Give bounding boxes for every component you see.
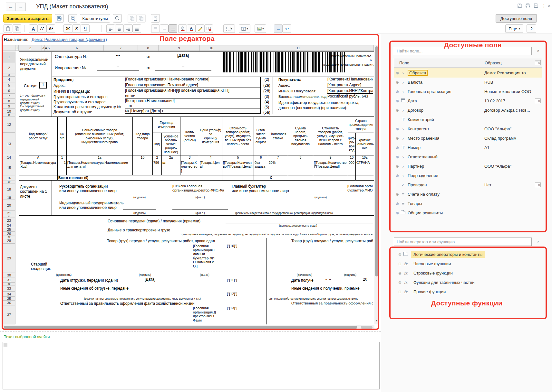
gear-icon[interactable]: ⚙ [535,98,541,103]
goods-header-country-name[interactable]: краткое наименова- ние [356,133,374,155]
code-10[interactable]: ["[10]"] [227,244,237,248]
goods-header-kind[interactable]: Код вида товара [133,117,153,155]
code-12[interactable]: ["[12]"] [227,292,237,296]
goods-header-country-code[interactable]: циф- ро- вой код [348,133,356,155]
row-header-29[interactable]: 29 [3,244,15,273]
goods-data-cell[interactable]: 1 [58,160,67,175]
row-header-17[interactable]: 17 [3,181,15,183]
field-row-10[interactable]: ⊕›ПартнерООО "Альфа" [394,162,542,171]
save-close-button[interactable]: Записать и закрыть [3,14,52,23]
row-header-34[interactable]: 34 [3,292,15,297]
director-name-cell[interactable]: [Головная организация.Директор.ФИО.Фами [193,306,216,324]
goods-index-cell[interactable]: 1а [67,155,133,160]
goods-data-cell[interactable]: -- [288,160,313,175]
save-button[interactable] [55,14,64,23]
goods-header-excise[interactable]: В том числе сумма акциза [254,117,268,155]
gear-icon[interactable]: ⚙ [535,60,541,65]
contract-line1[interactable]: Идентификатор государственного контракта… [278,100,362,105]
field-row-8[interactable]: ⊕ТНомерА1 [394,143,542,152]
buyer-row-label[interactable]: Адрес: [278,83,290,88]
expand-icon[interactable]: ⊕ [396,201,401,206]
handed-title[interactable]: Товар (груз) передал / услуги, результат… [107,239,215,243]
goods-data-cell[interactable]: 000 [348,160,356,175]
expand-icon[interactable]: ⊕ [396,127,401,131]
row-header-7[interactable]: 7 [3,94,15,99]
row-header-26[interactable]: 26 [3,232,15,236]
sign-hint[interactable]: (подпись) [123,211,156,215]
goods-data-cell[interactable]: [[Товары.Количество]*[Товары.Цена]] [313,160,348,175]
row-header-33[interactable]: 33 [3,285,15,292]
expand-icon[interactable]: ⊕ [398,271,403,275]
page-settings-button[interactable] [151,14,160,23]
selected-cell-text-area[interactable] [3,342,380,389]
field-search-input[interactable]: Найти поле... [394,47,532,55]
row-header-12[interactable]: 12 [3,117,15,133]
cargo-label[interactable]: Данные о транспортировке и грузе [108,228,170,232]
scroll-down-icon[interactable]: ▼ [375,319,378,322]
other-ship-label[interactable]: Иные сведения об отгрузке, передаче [60,286,129,291]
entrepreneur-sign-cell[interactable] [123,201,156,210]
clear-search-icon[interactable]: × [536,239,541,244]
buyer-row-label[interactable]: Валюта: наименование, код [278,95,326,99]
align-center-button[interactable] [115,24,124,33]
received-position-cell[interactable] [284,261,325,272]
goods-data-cell[interactable]: шт [162,160,180,175]
goods-header-price[interactable]: Цена (тариф) за единицу измерения [199,117,222,155]
expand-icon[interactable]: ⊕ [396,164,401,169]
window-close-button[interactable]: × [546,3,552,10]
buyer-row-label[interactable]: Покупатель: [278,78,301,82]
function-group-2[interactable]: ⊕fxСтроковые функции [396,268,541,278]
editor-vscrollbar[interactable]: ▼ [374,45,379,324]
goods-header-unit-sym[interactable]: условное обозна- чение (нацио- нальное) [162,133,180,155]
gear-icon[interactable]: ⚙ [535,182,541,187]
row-header-37[interactable]: 37 [3,305,15,324]
field-row-15[interactable]: ⊕Общие реквизиты [394,208,542,218]
handed-name-cell[interactable]: [Головная организация.Главный бухгалтер.… [193,244,216,272]
field-row-3[interactable]: ⊕Дата13.02.2017⚙ [394,96,542,106]
goods-data-cell[interactable]: [Товары.Количество] [180,160,199,175]
goods-data-cell[interactable]: -- [133,160,153,175]
sample-column-header[interactable]: Образец [485,61,501,65]
font-increase-button[interactable]: А▴ [46,24,55,33]
received-title[interactable]: Товар (груз) получил / услуги, результат… [291,239,373,243]
column-header-11[interactable]: 11 [223,45,374,51]
goods-total-excise[interactable]: X [254,175,288,181]
print-preview-button[interactable] [68,14,77,23]
goods-index-cell[interactable]: 6 [254,155,268,160]
buyer-row-label[interactable]: ИНН/КПП покупателя: [278,89,316,94]
goods-index-cell[interactable]: 1б [133,155,153,160]
expand-icon[interactable]: ⊕ [398,290,403,294]
column-header-2[interactable]: 2 [19,45,42,51]
received-sign-cell[interactable] [327,261,373,272]
more-button[interactable]: Еще▾ [505,24,523,33]
code-13[interactable]: ["[13]"] [227,306,237,310]
handed-sign-cell[interactable] [98,261,192,272]
entrepreneur-name-cell[interactable] [172,201,228,210]
copy-style-button[interactable] [13,24,21,33]
buyer-row-value[interactable]: Российский рубль, 643 [327,94,373,99]
back-button[interactable]: ← [6,3,16,11]
position-hint[interactable]: (должность) [31,273,97,276]
goods-header-country-group[interactable]: Страна происхождения товара [348,117,374,133]
head-label[interactable]: Руководитель организации или иное уполно… [59,184,129,193]
function-group-3[interactable]: ⊕fxФункции для табличных частей [396,278,541,287]
sign-hint[interactable]: (подпись) [123,196,156,199]
buyer-code[interactable]: (5а) [261,110,273,115]
clear-format-button[interactable] [204,24,213,33]
resp-recv-label[interactable]: Ответственный за правильность оформления… [291,301,373,306]
row-header-22[interactable]: 22 [3,215,15,218]
goods-index-cell[interactable]: 2а [162,155,180,160]
position-hint[interactable]: (должность) [284,273,325,276]
function-group-0[interactable]: ⊕Логические операторы и константы [396,250,541,259]
buyer-row-value[interactable]: [Контрагент.Адрес] [327,82,373,88]
seller-row-value[interactable]: [Головная организация.ИНН]/[Головная орг… [125,88,260,93]
seller-row-label[interactable]: Документ об отгрузке [53,110,92,114]
row-header-18[interactable]: 18 [3,183,15,195]
correction-date[interactable]: -- [155,64,211,70]
invoice-from[interactable]: от [147,54,151,59]
goods-total-cell[interactable]: -- [288,175,313,181]
row-header-11[interactable]: 11 [3,114,15,117]
row-header-14[interactable]: 14 [3,155,15,160]
row-header-35[interactable]: 35 [3,297,15,301]
goods-header-qty[interactable]: Коли- чество (объем) [180,117,199,155]
